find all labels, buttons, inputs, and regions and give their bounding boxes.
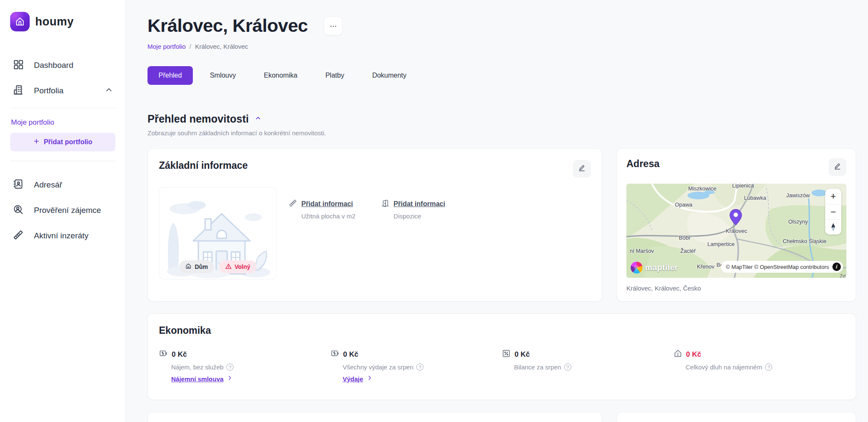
breadcrumb-link[interactable]: Moje portfolio	[147, 43, 186, 50]
sidebar-item-portfolia[interactable]: Portfolia	[10, 78, 115, 103]
help-icon[interactable]: ?	[765, 363, 772, 371]
add-area-link[interactable]: Přidat informaci	[301, 200, 353, 208]
user-search-icon	[13, 204, 24, 217]
more-options-button[interactable]: ...	[324, 17, 342, 35]
stat-label: Celkový dluh na nájemném	[686, 363, 762, 371]
map-label: Lipienica	[732, 184, 754, 189]
map-label: Opawa	[675, 201, 692, 207]
map-pin-icon[interactable]	[729, 209, 742, 227]
door-icon	[381, 199, 389, 209]
property-badges: Dům Volný	[159, 260, 276, 273]
divider	[10, 108, 115, 108]
sidebar-item-label: Adresář	[34, 180, 62, 190]
map[interactable]: Miszkowice Lipienica Lubawka Jawiszów Op…	[626, 184, 846, 278]
sidebar: houmy Dashboard Portfolia Moje portfolio…	[0, 0, 126, 422]
tab-dokumenty[interactable]: Dokumenty	[361, 66, 417, 85]
chevron-up-icon	[105, 86, 113, 95]
edit-basic-info-button[interactable]	[573, 160, 591, 178]
sidebar-item-aktivni-inzeraty[interactable]: Aktivní inzeráty	[10, 223, 115, 249]
tab-ekonomika[interactable]: Ekonomika	[253, 66, 309, 85]
stat-value: 0 Kč	[343, 350, 359, 359]
rent-contract-link[interactable]: Nájemní smlouva	[171, 375, 223, 383]
add-layout-sublabel: Dispozice	[394, 212, 445, 220]
zoom-out-button[interactable]: −	[825, 204, 841, 219]
map-label: Lampertice	[707, 241, 734, 247]
section-title: Přehled nemovitosti	[147, 113, 249, 125]
collapse-chevron-icon[interactable]	[255, 115, 262, 123]
expenses-link[interactable]: Výdaje	[343, 375, 363, 383]
add-layout-link[interactable]: Přidat informaci	[394, 200, 445, 208]
add-area-sublabel: Užitná plocha v m2	[301, 212, 356, 220]
zoom-in-button[interactable]: +	[825, 189, 841, 204]
tab-prehled[interactable]: Přehled	[147, 66, 193, 85]
map-label: Olszyny	[788, 218, 808, 224]
money-out-icon	[331, 349, 339, 360]
help-icon[interactable]: ?	[416, 363, 423, 371]
card-title: Ekonomika	[159, 325, 845, 336]
map-label: Žacléř	[680, 247, 696, 254]
sidebar-item-label: Aktivní inzeráty	[34, 231, 89, 240]
house-icon	[185, 263, 192, 271]
stat-label: Nájem, bez služeb	[171, 363, 223, 371]
sidebar-item-adresar[interactable]: Adresář	[10, 172, 115, 198]
contact-book-icon	[13, 179, 24, 191]
sidebar-item-dashboard[interactable]: Dashboard	[10, 53, 115, 78]
sidebar-item-moje-portfolio[interactable]: Moje portfolio	[10, 112, 115, 133]
map-label: Křenov	[697, 263, 714, 270]
pencil-icon	[833, 162, 842, 172]
add-portfolio-button[interactable]: Přidat portfolio	[10, 133, 115, 151]
card-title: Adresa	[626, 158, 659, 170]
tab-bar: Přehled Smlouvy Ekonomika Platby Dokumen…	[147, 66, 856, 85]
compass-button[interactable]	[825, 219, 841, 235]
dashboard-icon	[13, 59, 24, 72]
sidebar-item-label: Prověření zájemce	[34, 206, 101, 215]
maptiler-logo-text: maptiler	[645, 263, 678, 272]
map-label: Lubawka	[744, 195, 766, 201]
economy-card: Ekonomika 0 Kč Nájem, bez služeb ? Náje	[147, 313, 856, 400]
add-portfolio-label: Přidat portfolio	[44, 138, 92, 146]
map-label: Jawiszów	[786, 192, 810, 198]
map-label: ní Maršov	[630, 247, 654, 254]
building-icon	[13, 84, 24, 97]
stat-value: 0 Kč	[515, 350, 530, 359]
main-content: Královec, Královec ... Moje portfolio / …	[126, 0, 868, 422]
sidebar-item-provereni-zajemce[interactable]: Prověření zájemce	[10, 198, 115, 223]
tenant-card: Aktuální nájemník	[617, 412, 856, 422]
edit-address-button[interactable]	[829, 158, 846, 176]
breadcrumb-separator: /	[189, 43, 191, 50]
occupancy-status-badge: Volný	[219, 260, 256, 273]
add-info-area: Přidat informaci Užitná plocha v m2	[289, 199, 356, 279]
brand-logo[interactable]: houmy	[10, 12, 115, 31]
attribution-text: © MapTiler © OpenStreetMap contributors	[726, 264, 829, 270]
ruler-icon	[289, 199, 297, 209]
pencil-icon	[578, 164, 586, 174]
help-icon[interactable]: ?	[226, 363, 234, 371]
page-title: Královec, Královec	[147, 15, 308, 36]
brand-name: houmy	[35, 15, 74, 28]
section-subtitle: Zobrazuje souhrn základních informací o …	[147, 129, 856, 137]
help-icon[interactable]: ?	[564, 363, 571, 371]
map-attribution: © MapTiler © OpenStreetMap contributors …	[721, 261, 843, 273]
map-label: Bobr	[679, 234, 690, 240]
address-card: Adresa	[617, 148, 856, 302]
transactions-card: Poslední transakce	[147, 412, 602, 422]
property-illustration: Dům Volný	[159, 187, 277, 279]
tab-smlouvy[interactable]: Smlouvy	[199, 66, 247, 85]
maptiler-logo[interactable]: maptiler	[631, 262, 678, 274]
map-label: Chełmsko Śląskie	[783, 238, 826, 244]
add-info-layout: Přidat informaci Dispozice	[381, 199, 445, 279]
stat-value: 0 Kč	[172, 350, 187, 359]
map-label: Královec	[726, 228, 747, 234]
sidebar-item-label: Portfolia	[34, 86, 64, 95]
stat-label: Bilance za srpen	[514, 363, 561, 371]
basic-info-card: Základní informace	[147, 148, 602, 302]
money-in-icon	[159, 349, 168, 360]
badge-label: Dům	[195, 263, 208, 270]
tab-platby[interactable]: Platby	[314, 66, 355, 85]
warning-triangle-icon	[225, 263, 232, 271]
info-icon[interactable]: i	[832, 263, 841, 271]
badge-label: Volný	[235, 263, 250, 270]
card-title: Základní informace	[159, 160, 248, 171]
plus-icon	[33, 138, 40, 146]
divider	[10, 161, 115, 161]
